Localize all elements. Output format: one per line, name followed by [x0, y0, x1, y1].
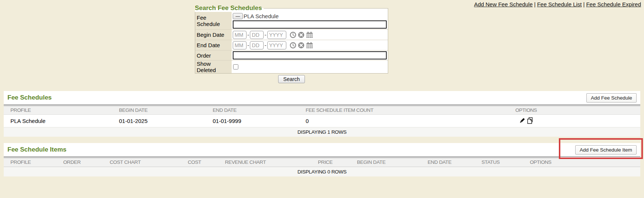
order-row: Order: [195, 51, 388, 61]
table-row: PLA Schedule 01-01-2025 01-01-9999 0: [4, 115, 640, 127]
col-spacer: [547, 106, 640, 115]
search-button[interactable]: Search: [278, 75, 305, 83]
begin-date-row: Begin Date - -: [195, 30, 388, 40]
link-fee-schedule-expired[interactable]: Fee Schedule Expired: [586, 1, 641, 7]
calendar-icon[interactable]: [306, 32, 313, 38]
copy-icon[interactable]: [527, 117, 534, 124]
show-deleted-label: Show Deleted: [195, 61, 232, 73]
fee-schedule-items-header-row: PROFILE ORDER COST CHART COST REVENUE CH…: [4, 158, 640, 167]
cell-item-count: 0: [302, 115, 506, 127]
edit-pencil-icon[interactable]: [519, 117, 526, 124]
col-spacer: [582, 158, 640, 167]
cell-options: [506, 115, 547, 127]
col-end-date: END DATE: [424, 158, 478, 167]
begin-date-label: Begin Date: [195, 30, 232, 40]
col-order: ORDER: [59, 158, 106, 167]
col-options: OPTIONS: [506, 106, 547, 115]
col-profile: PROFILE: [4, 106, 115, 115]
clock-icon[interactable]: [290, 32, 296, 38]
link-separator: |: [534, 1, 536, 7]
begin-date-year-input[interactable]: [267, 31, 286, 39]
top-nav-links: Add New Fee Schedule|Fee Schedule List|F…: [474, 1, 641, 7]
calendar-icon[interactable]: [306, 42, 313, 49]
fee-schedules-header-row: PROFILE BEGIN DATE END DATE FEE SCHEDULE…: [4, 106, 640, 115]
fee-schedules-title: Fee Schedules: [7, 94, 52, 101]
fee-schedules-table: PROFILE BEGIN DATE END DATE FEE SCHEDULE…: [4, 106, 640, 127]
fee-schedule-label: Fee Schedule: [195, 12, 232, 29]
collapse-minus-button[interactable]: —: [233, 13, 243, 19]
fee-schedules-section: Fee Schedules Add Fee Schedule PROFILE B…: [4, 91, 640, 137]
clear-circle-icon[interactable]: [298, 42, 305, 49]
fee-schedules-row-count: DISPLAYING 1 ROWS: [4, 127, 640, 137]
link-add-new-fee-schedule[interactable]: Add New Fee Schedule: [474, 1, 533, 7]
clock-icon[interactable]: [290, 42, 296, 49]
end-date-day-input[interactable]: [250, 41, 264, 49]
search-fieldset: Search Fee Schedules Fee Schedule — PLA …: [195, 4, 388, 74]
cell-begin-date: 01-01-2025: [115, 115, 209, 127]
col-price: PRICE: [314, 158, 353, 167]
selected-fee-schedule-label: PLA Schedule: [244, 13, 278, 19]
begin-date-day-input[interactable]: [250, 31, 264, 39]
col-end-date: END DATE: [209, 106, 302, 115]
date-separator: -: [247, 32, 249, 38]
add-fee-schedule-item-button[interactable]: Add Fee Schedule Item: [575, 145, 637, 155]
col-revenue-chart: REVENUE CHART: [221, 158, 314, 167]
col-cost: COST: [184, 158, 221, 167]
end-date-month-input[interactable]: [233, 41, 247, 49]
search-fee-schedules-form: Search Fee Schedules Fee Schedule — PLA …: [195, 4, 388, 83]
fee-schedule-items-row-count: DISPLAYING 0 ROWS: [4, 167, 640, 176]
fee-schedule-items-table: PROFILE ORDER COST CHART COST REVENUE CH…: [4, 158, 640, 167]
begin-date-month-input[interactable]: [233, 31, 247, 39]
cell-end-date: 01-01-9999: [209, 115, 302, 127]
col-begin-date: BEGIN DATE: [115, 106, 209, 115]
order-label: Order: [195, 51, 232, 60]
show-deleted-checkbox[interactable]: [233, 64, 238, 69]
fee-schedule-field: — PLA Schedule: [232, 12, 388, 29]
fee-schedule-row: Fee Schedule — PLA Schedule: [195, 12, 388, 30]
add-fee-schedule-button[interactable]: Add Fee Schedule: [586, 93, 637, 103]
date-separator: -: [264, 42, 266, 49]
cell-profile: PLA Schedule: [4, 115, 115, 127]
order-input[interactable]: [233, 51, 387, 59]
link-fee-schedule-list[interactable]: Fee Schedule List: [537, 1, 582, 7]
col-options: OPTIONS: [526, 158, 582, 167]
end-date-year-input[interactable]: [267, 41, 286, 49]
col-begin-date: BEGIN DATE: [353, 158, 424, 167]
link-separator: |: [583, 1, 585, 7]
col-status: STATUS: [478, 158, 526, 167]
date-separator: -: [264, 32, 266, 38]
fee-schedule-input[interactable]: [233, 20, 387, 29]
end-date-row: End Date - -: [195, 40, 388, 51]
cell-spacer: [547, 115, 640, 127]
date-separator: -: [247, 42, 249, 49]
search-form-title: Search Fee Schedules: [195, 4, 264, 12]
clear-circle-icon[interactable]: [298, 32, 305, 38]
col-cost-chart: COST CHART: [106, 158, 184, 167]
fee-schedule-items-section: Fee Schedule Items Add Fee Schedule Item…: [4, 143, 640, 176]
fee-schedule-items-title: Fee Schedule Items: [7, 146, 67, 153]
end-date-label: End Date: [195, 40, 232, 50]
col-item-count: FEE SCHEDULE ITEM COUNT: [302, 106, 506, 115]
col-profile: PROFILE: [4, 158, 59, 167]
show-deleted-row: Show Deleted: [195, 61, 388, 73]
